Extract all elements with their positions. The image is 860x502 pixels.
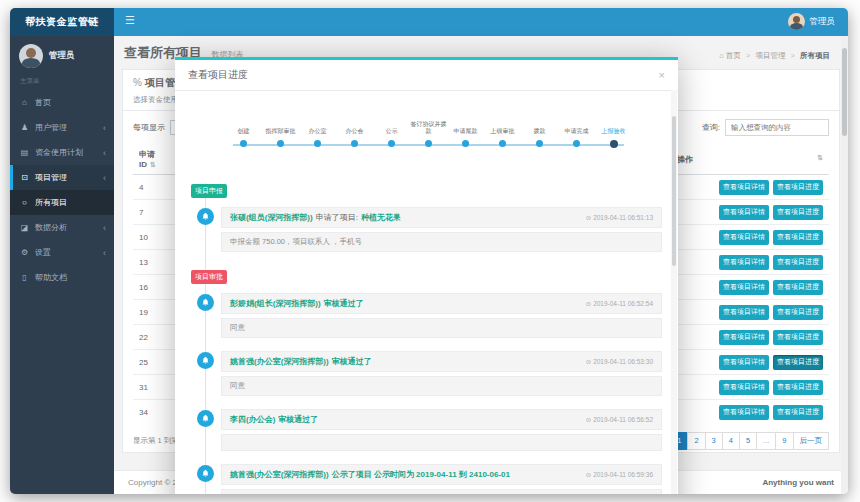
footer-slogan: Anything you want (762, 478, 834, 487)
actor-name[interactable]: 张硕(组员(深河指挥部)) (230, 212, 313, 223)
view-progress-button[interactable]: 查看项目进度 (773, 255, 823, 270)
view-progress-button[interactable]: 查看项目进度 (773, 330, 823, 345)
bell-icon (197, 465, 214, 482)
actor-name[interactable]: 姚首强(办公室(深河指挥部)) (230, 356, 329, 367)
view-detail-button[interactable]: 查看项目详情 (719, 380, 769, 395)
progress-modal: 查看项目进度 × 创建 指挥部审批 办公室 办公会 公示 签订协议并拨款 申请尾… (175, 57, 678, 494)
menu-toggle-icon[interactable]: ☰ (125, 15, 135, 26)
page-button[interactable]: 4 (722, 432, 740, 450)
step-label: 签订协议并拨款 (410, 115, 447, 135)
page-button[interactable]: 2 (687, 432, 705, 450)
clock-icon: ⊙ (586, 300, 591, 307)
scrollbar-thumb[interactable] (842, 48, 847, 136)
action-text: 申请了项目: (316, 212, 358, 223)
view-detail-button[interactable]: 查看项目详情 (719, 405, 769, 420)
step-label: 公示 (373, 115, 410, 135)
view-detail-button[interactable]: 查看项目详情 (719, 205, 769, 220)
view-detail-button[interactable]: 查看项目详情 (719, 255, 769, 270)
sort-icon[interactable]: ⇅ (150, 161, 156, 168)
timestamp: ⊙2019-04-11 06:51:13 (578, 214, 653, 222)
step-label: 申请完成 (558, 115, 595, 135)
cell-id: 19 (133, 300, 175, 325)
clock-icon: ⊙ (586, 416, 591, 423)
entry-detail: 同意 (221, 318, 662, 338)
chevron-left-icon: ‹ (103, 223, 106, 233)
timeline-rail (205, 183, 206, 494)
action-text: 审核通过了 (278, 414, 318, 425)
view-progress-button[interactable]: 查看项目进度 (773, 230, 823, 245)
page-button[interactable]: 5 (739, 432, 757, 450)
page-button[interactable]: 9 (775, 432, 793, 450)
actor-name[interactable]: 李四(办公会) (230, 414, 275, 425)
sidebar-item-label: 所有项目 (35, 197, 67, 208)
view-detail-button[interactable]: 查看项目详情 (719, 305, 769, 320)
cell-id: 31 (133, 375, 175, 400)
step-label: 指挥部审批 (262, 115, 299, 135)
view-progress-button[interactable]: 查看项目进度 (773, 205, 823, 220)
sidebar-item-settings[interactable]: ⚙ 设置 ‹ (10, 240, 114, 265)
view-progress-button[interactable]: 查看项目进度 (773, 405, 823, 420)
timeline-entry: 姚首强(办公室(深河指挥部)) 公示了项目 公示时间为 2019-04-11 到… (221, 464, 662, 494)
actor-name[interactable]: 姚首强(办公室(深河指挥部)) (230, 469, 329, 480)
entry-detail: 申报金额 750.00，项目联系人 ，手机号 (221, 232, 662, 252)
sidebar-item-all-projects[interactable]: ○ 所有项目 (10, 190, 114, 215)
step-dot (610, 140, 618, 148)
breadcrumb-project-mgmt[interactable]: 项目管理 (755, 51, 785, 60)
view-detail-button[interactable]: 查看项目详情 (719, 180, 769, 195)
step-publicity: 公示 (373, 115, 410, 148)
cell-id: 16 (133, 275, 175, 300)
sidebar-item-home[interactable]: ⌂ 首页 (10, 90, 114, 115)
sidebar-item-analytics[interactable]: ◪ 数据分析 ‹ (10, 215, 114, 240)
sidebar-item-users[interactable]: ♟ 用户管理 ‹ (10, 115, 114, 140)
breadcrumb-home[interactable]: 首页 (726, 51, 741, 60)
step-office-meeting: 办公会 (336, 115, 373, 148)
view-detail-button[interactable]: 查看项目详情 (719, 330, 769, 345)
project-link[interactable]: 种植无花果 (361, 212, 401, 223)
sidebar-item-project-mgmt[interactable]: ⊡ 项目管理 ‹ (10, 165, 114, 190)
bell-icon (197, 208, 214, 225)
window-scrollbar[interactable] (841, 36, 848, 494)
scrollbar-thumb[interactable] (672, 116, 676, 266)
search-label: 查询: (702, 122, 720, 133)
view-progress-button[interactable]: 查看项目进度 (773, 305, 823, 320)
step-superior-approval: 上级审批 (484, 115, 521, 148)
close-icon[interactable]: × (659, 70, 665, 81)
step-label: 拨款 (521, 115, 558, 135)
view-detail-button[interactable]: 查看项目详情 (719, 280, 769, 295)
chevron-left-icon: ‹ (103, 148, 106, 158)
actor-name[interactable]: 彭娇娟(组长(深河指挥部)) (230, 298, 321, 309)
page-button[interactable]: 3 (705, 432, 723, 450)
view-detail-button[interactable]: 查看项目详情 (719, 230, 769, 245)
view-progress-button[interactable]: 查看项目进度 (773, 280, 823, 295)
sidebar-item-label: 数据分析 (35, 222, 67, 233)
entry-detail: 同意 (221, 376, 662, 396)
cell-id: 34 (133, 400, 175, 425)
step-label: 创建 (225, 115, 262, 135)
view-detail-button[interactable]: 查看项目详情 (719, 355, 769, 370)
page-next-button[interactable]: 后一页 (793, 432, 830, 450)
view-progress-button[interactable]: 查看项目进度 (773, 355, 823, 370)
sidebar-item-fund-plan[interactable]: ▤ 资金使用计划 ‹ (10, 140, 114, 165)
column-header-id[interactable]: 申请ID⇅ (133, 144, 175, 175)
progress-timeline: 项目申报 张硕(组员(深河指挥部)) 申请了项目: 种植无花果 ⊙2019-04… (191, 179, 662, 494)
timeline-stage-badge: 项目申报 (191, 184, 227, 198)
avatar (19, 44, 43, 68)
search-input[interactable] (725, 119, 829, 136)
topbar-user[interactable]: 管理员 (788, 13, 836, 30)
sidebar-item-help-docs[interactable]: ▯ 帮助文档 (10, 265, 114, 290)
timestamp-text: 2019-04-11 06:52:54 (593, 300, 653, 307)
cell-id: 13 (133, 250, 175, 275)
clock-icon: ⊙ (586, 471, 591, 478)
sort-icon[interactable]: ⇅ (817, 154, 823, 162)
view-progress-button[interactable]: 查看项目进度 (773, 180, 823, 195)
modal-scrollbar[interactable] (671, 90, 677, 494)
page-ellipsis: ... (756, 432, 776, 450)
column-header-action[interactable]: 操作⇅ (671, 144, 829, 175)
modal-title: 查看项目进度 (188, 68, 248, 82)
bell-icon (197, 294, 214, 311)
step-label: 办公室 (299, 115, 336, 135)
gear-icon: ⚙ (20, 248, 29, 257)
sidebar-profile[interactable]: 管理员 (10, 36, 114, 74)
cell-id: 10 (133, 225, 175, 250)
view-progress-button[interactable]: 查看项目进度 (773, 380, 823, 395)
